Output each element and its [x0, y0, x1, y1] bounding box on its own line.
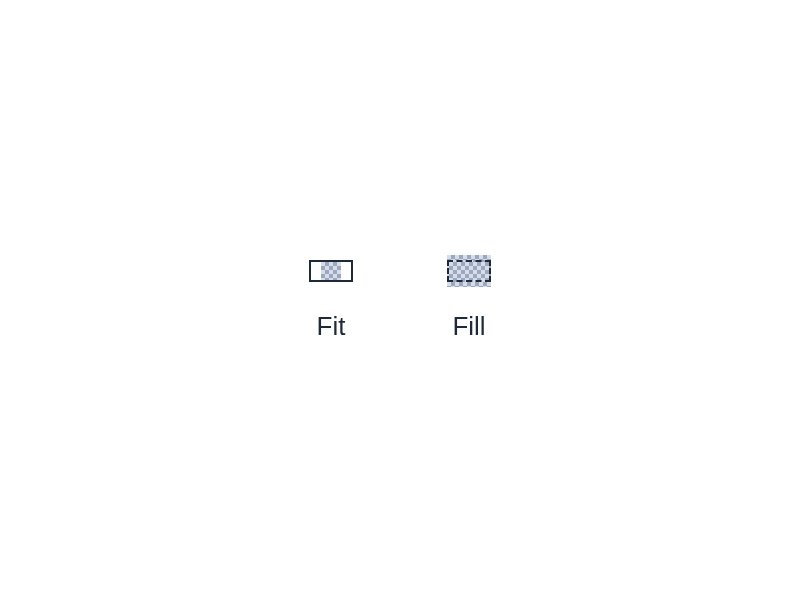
fit-label: Fit	[317, 311, 346, 342]
fill-option[interactable]: Fill	[445, 259, 493, 342]
fit-icon	[309, 260, 353, 282]
fill-icon	[447, 260, 491, 282]
fit-icon-inner	[321, 262, 341, 280]
fit-option[interactable]: Fit	[307, 259, 355, 342]
sizing-options-group: Fit Fill	[307, 259, 493, 342]
fill-icon-wrapper	[445, 259, 493, 283]
fit-icon-wrapper	[307, 259, 355, 283]
fill-label: Fill	[452, 311, 485, 342]
